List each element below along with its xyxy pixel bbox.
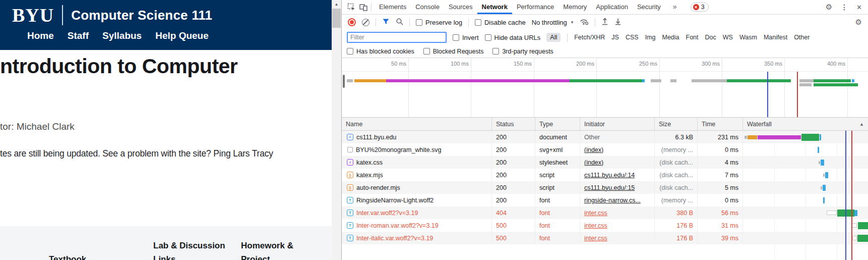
3rd-party-requests-checkbox[interactable]: 3rd-party requests: [492, 48, 553, 55]
tab-performance[interactable]: Performance: [512, 1, 559, 14]
filter-type-other[interactable]: Other: [794, 34, 810, 41]
waterfall-cell[interactable]: [743, 232, 868, 244]
close-icon[interactable]: ✕: [856, 4, 862, 11]
tab-security[interactable]: Security: [633, 1, 665, 14]
table-row-cs111-byu-edu[interactable]: ≡cs111.byu.edu200documentOther6.3 kB231 …: [342, 131, 868, 143]
nav-item-syllabus[interactable]: Syllabus: [102, 30, 142, 41]
request-name-cell[interactable]: TInter.var.woff2?v=3.19: [342, 206, 492, 219]
network-overview-timeline[interactable]: 50 ms100 ms150 ms200 ms250 ms300 ms350 m…: [342, 58, 868, 118]
request-name-cell[interactable]: /katex.css: [342, 156, 492, 169]
checkbox-box[interactable]: [453, 34, 459, 41]
tab-network[interactable]: Network: [477, 1, 512, 14]
overview-drag-handle[interactable]: [343, 75, 345, 88]
column-header-time[interactable]: Time: [698, 118, 743, 130]
checkbox-box[interactable]: [492, 48, 499, 55]
network-conditions-icon[interactable]: [579, 18, 589, 27]
inspect-element-icon[interactable]: [347, 3, 356, 12]
scroll-up-arrow-icon[interactable]: ▲: [332, 0, 341, 8]
filter-type-css[interactable]: CSS: [626, 34, 639, 41]
tab-memory[interactable]: Memory: [559, 1, 591, 14]
filter-type-ws[interactable]: WS: [723, 34, 733, 41]
waterfall-cell[interactable]: [743, 169, 868, 181]
filter-type-media[interactable]: Media: [662, 34, 679, 41]
column-header-status[interactable]: Status: [492, 118, 535, 130]
initiator-cell[interactable]: inter.css: [580, 219, 655, 232]
initiator-link[interactable]: inter.css: [584, 210, 607, 217]
checkbox-box[interactable]: [423, 48, 430, 55]
table-row-inter-roman-var-woff2-v-3-19[interactable]: TInter-roman.var.woff2?v=3.19500fontinte…: [342, 219, 868, 232]
initiator-link[interactable]: inter.css: [584, 235, 607, 242]
invert-checkbox[interactable]: Invert: [453, 34, 479, 41]
nav-item-help-queue[interactable]: Help Queue: [155, 30, 209, 41]
filter-type-img[interactable]: Img: [645, 34, 656, 41]
footer-link-homework-project[interactable]: Homework &Project: [241, 239, 293, 260]
nav-item-staff[interactable]: Staff: [68, 30, 89, 41]
request-name-cell[interactable]: BYU%20monogram_white.svg: [342, 143, 492, 156]
initiator-link[interactable]: ringside-narrow.cs...: [584, 197, 641, 204]
filter-type-js[interactable]: JS: [611, 34, 619, 41]
filter-type-font[interactable]: Font: [686, 34, 699, 41]
tab-elements[interactable]: Elements: [375, 1, 411, 14]
settings-gear-icon[interactable]: ⚙: [826, 3, 832, 12]
page-scrollbar[interactable]: ▲: [332, 0, 341, 260]
hide-data-urls-checkbox[interactable]: Hide data URLs: [485, 34, 541, 41]
disable-cache-checkbox[interactable]: Disable cache: [475, 19, 526, 26]
request-name-cell[interactable]: TRingsideNarrow-Light.woff2: [342, 194, 492, 206]
nav-item-home[interactable]: Home: [27, 30, 54, 41]
request-name-cell[interactable]: TInter-roman.var.woff2?v=3.19: [342, 219, 492, 232]
table-row-inter-var-woff2-v-3-19[interactable]: TInter.var.woff2?v=3.19404fontinter.css3…: [342, 206, 868, 219]
waterfall-cell[interactable]: [743, 143, 868, 156]
column-header-waterfall[interactable]: Waterfall▲: [743, 118, 868, 130]
column-header-initiator[interactable]: Initiator: [580, 118, 655, 130]
filter-type-fetch-xhr[interactable]: Fetch/XHR: [574, 34, 605, 41]
network-settings-gear-icon[interactable]: ⚙: [855, 18, 862, 27]
export-har-icon[interactable]: [614, 18, 622, 27]
table-row-katex-mjs[interactable]: ()katex.mjs200scriptcs111.byu.edu/:14(di…: [342, 169, 868, 181]
column-header-name[interactable]: Name: [342, 118, 492, 130]
request-name-cell[interactable]: ()auto-render.mjs: [342, 181, 492, 194]
request-name-cell[interactable]: ()katex.mjs: [342, 169, 492, 181]
filter-input[interactable]: [347, 32, 447, 43]
initiator-link[interactable]: (index): [584, 159, 603, 166]
initiator-cell[interactable]: inter.css: [580, 206, 655, 219]
filter-type-manifest[interactable]: Manifest: [764, 34, 787, 41]
waterfall-cell[interactable]: [743, 206, 868, 219]
initiator-link[interactable]: cs111.byu.edu/:15: [584, 184, 635, 191]
initiator-link[interactable]: (index): [584, 146, 603, 153]
throttling-select[interactable]: No throttling ▾: [532, 19, 574, 26]
filter-type-wasm[interactable]: Wasm: [739, 34, 757, 41]
waterfall-cell[interactable]: [743, 156, 868, 169]
checkbox-box[interactable]: [347, 48, 353, 55]
initiator-cell[interactable]: cs111.byu.edu/:14: [580, 169, 655, 181]
filter-type-all[interactable]: All: [546, 33, 561, 42]
blocked-requests-checkbox[interactable]: Blocked Requests: [423, 48, 484, 55]
filter-funnel-icon[interactable]: [382, 18, 390, 27]
checkbox-box[interactable]: [475, 19, 481, 26]
waterfall-cell[interactable]: [743, 194, 868, 206]
request-name-cell[interactable]: ≡cs111.byu.edu: [342, 131, 492, 143]
waterfall-cell[interactable]: [743, 131, 868, 143]
waterfall-cell[interactable]: [743, 219, 868, 232]
preserve-log-checkbox[interactable]: Preserve log: [416, 19, 462, 26]
initiator-link[interactable]: cs111.byu.edu/:14: [584, 172, 635, 179]
footer-link-lab-discussion-links[interactable]: Lab & DiscussionLinks: [153, 239, 225, 260]
initiator-cell[interactable]: inter.css: [580, 232, 655, 244]
tab-application[interactable]: Application: [591, 1, 633, 14]
record-network-log-icon[interactable]: [348, 18, 356, 26]
sort-ascending-icon[interactable]: ▲: [859, 122, 864, 127]
tab-sources[interactable]: Sources: [444, 1, 477, 14]
table-row-katex-css[interactable]: /katex.css200stylesheet(index)(disk cach…: [342, 156, 868, 169]
import-har-icon[interactable]: [601, 18, 608, 27]
initiator-cell[interactable]: ringside-narrow.cs...: [580, 194, 655, 206]
table-row-ringsidenarrow-light-woff2[interactable]: TRingsideNarrow-Light.woff2200fontringsi…: [342, 194, 868, 206]
clear-network-log-icon[interactable]: [362, 19, 369, 26]
checkbox-box[interactable]: [416, 19, 422, 26]
table-row-auto-render-mjs[interactable]: ()auto-render.mjs200scriptcs111.byu.edu/…: [342, 181, 868, 194]
waterfall-cell[interactable]: [743, 181, 868, 194]
error-count-badge[interactable]: ✕ 3: [691, 3, 709, 12]
column-header-type[interactable]: Type: [535, 118, 580, 130]
has-blocked-cookies-checkbox[interactable]: Has blocked cookies: [347, 48, 414, 55]
initiator-cell[interactable]: cs111.byu.edu/:15: [580, 181, 655, 194]
table-row-inter-italic-var-woff2-v-3-19[interactable]: TInter-italic.var.woff2?v=3.19500fontint…: [342, 232, 868, 244]
initiator-link[interactable]: inter.css: [584, 222, 607, 229]
